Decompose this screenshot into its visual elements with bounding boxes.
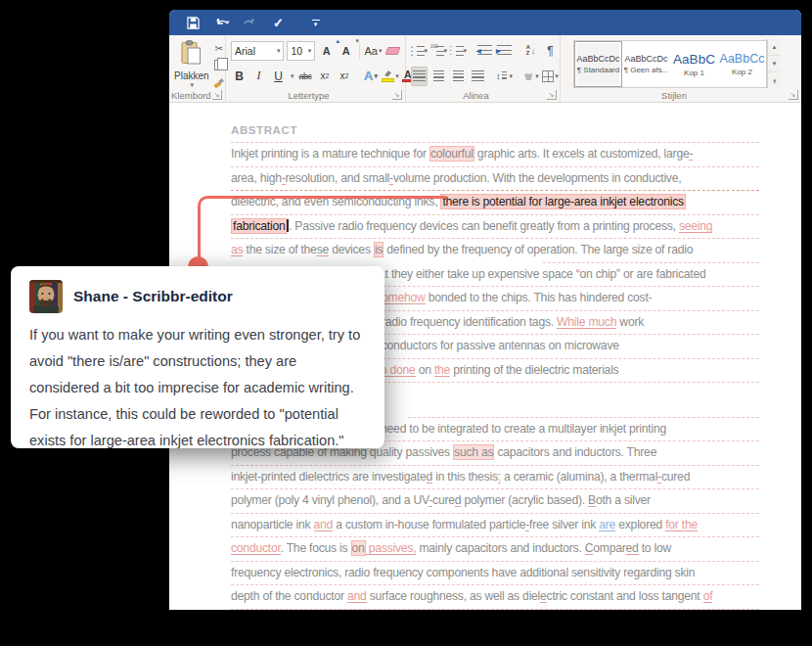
- text-segment: area, high: [231, 171, 282, 185]
- edit-dash-line: [231, 190, 759, 191]
- styles-scroll-down-icon[interactable]: ▼: [768, 56, 781, 72]
- bullet-list-button[interactable]: ▾: [411, 41, 428, 61]
- edit-dash-line: [231, 513, 759, 514]
- edit-dash-line: [231, 609, 759, 610]
- text-segment: free silver ink: [529, 518, 599, 531]
- text-effects-button[interactable]: A▾: [363, 67, 380, 86]
- style-sample: AaBbCc: [720, 52, 765, 66]
- text-segment: conductor: [231, 541, 281, 555]
- style-card[interactable]: AaBbCKop 1: [670, 41, 718, 87]
- save-icon[interactable]: [183, 13, 203, 32]
- increase-indent-button[interactable]: ▶: [496, 41, 513, 61]
- justify-button[interactable]: [470, 67, 486, 86]
- doc-line: inkjet-printed dielectrics are investiga…: [231, 465, 751, 489]
- text-segment: ompar: [593, 541, 625, 555]
- shrink-font-button[interactable]: A▼: [338, 41, 354, 61]
- underline-dropdown-icon[interactable]: ▾: [291, 72, 294, 80]
- comment-leader-line: [198, 196, 446, 258]
- line-spacing-button[interactable]: ↕▾: [496, 67, 513, 86]
- styles-scroll-up-icon[interactable]: ▲: [768, 39, 781, 56]
- group-label-clipboard: Klembord: [169, 90, 211, 101]
- doc-line: the dielectric. These concerns are inves…: [231, 609, 751, 611]
- edit-dash-line: [231, 465, 759, 466]
- text-segment: inkjet-printed dielectrics are investiga…: [231, 470, 427, 484]
- text-segment: ed: [626, 541, 639, 555]
- multilevel-list-button[interactable]: ▾: [450, 41, 467, 61]
- underline-button[interactable]: U: [270, 67, 287, 86]
- shading-button[interactable]: ▾: [522, 67, 539, 86]
- bold-button[interactable]: B: [231, 67, 248, 86]
- edit-dash-line: [231, 536, 759, 537]
- title-bar: ▾ ✓ ▾: [169, 10, 801, 35]
- doc-line: frequency electronics, radio frequency c…: [231, 561, 751, 585]
- styles-more-icon[interactable]: ⇟: [768, 72, 781, 88]
- styles-scroll: ▲ ▼ ⇟: [767, 39, 781, 88]
- style-name: Kop 2: [732, 68, 752, 76]
- comment-card: Shane - Scribbr-editor If you want to ma…: [11, 266, 384, 448]
- multilevel-list-icon: [450, 45, 462, 57]
- align-center-button[interactable]: [430, 67, 447, 86]
- borders-button[interactable]: ▾: [542, 67, 559, 86]
- text-segment: While much: [557, 315, 616, 329]
- clipboard-icon: [181, 40, 202, 69]
- strikethrough-button[interactable]: abc: [297, 67, 314, 86]
- style-card[interactable]: AaBbCcDc¶ Standaard: [574, 41, 622, 87]
- confirm-icon[interactable]: ✓: [269, 13, 289, 32]
- avatar: [29, 280, 63, 313]
- cut-icon[interactable]: ✂: [211, 41, 227, 56]
- styles-dialog-launcher[interactable]: ↘: [789, 90, 798, 100]
- style-name: Kop 1: [684, 69, 704, 77]
- paste-dropdown-icon[interactable]: ▾: [191, 81, 195, 89]
- text-segment: a ceramic (alumina), a thermal: [501, 470, 657, 484]
- align-left-button[interactable]: [411, 67, 428, 86]
- font-dialog-launcher[interactable]: ↘: [392, 90, 402, 100]
- style-sample: AaBbCcDc: [624, 54, 667, 64]
- highlight-color-button[interactable]: ▾: [383, 67, 399, 86]
- text-segment: cure: [432, 493, 455, 507]
- align-right-button[interactable]: [450, 67, 467, 86]
- clear-formatting-button[interactable]: [384, 41, 401, 61]
- ribbon-group-clipboard: Plakken ▾ ✂ Klembord ↘: [169, 35, 226, 102]
- quick-access-more-icon[interactable]: ▾: [312, 20, 320, 26]
- style-card[interactable]: AaBbCcDc¶ Geen afs...: [622, 41, 670, 87]
- text-segment: printing of the dielectric materials: [450, 363, 618, 377]
- format-painter-icon[interactable]: [211, 74, 227, 89]
- text-segment: mainly capacitors and inductors.: [416, 541, 584, 555]
- paste-button[interactable]: Plakken ▾: [174, 40, 209, 89]
- superscript-button[interactable]: x2: [337, 67, 353, 86]
- doc-line: nanoparticle ink and a custom in-house f…: [231, 513, 751, 537]
- paragraph-dialog-launcher[interactable]: ↘: [547, 90, 557, 100]
- style-sample: AaBbC: [673, 52, 715, 67]
- text-segment: Inkjet printing is a mature technique fo…: [231, 147, 429, 161]
- text-segment: of: [703, 589, 713, 603]
- text-segment: polymer (acrylic based).: [461, 493, 588, 507]
- decrease-indent-button[interactable]: ◀: [476, 41, 493, 61]
- copy-icon[interactable]: [211, 58, 227, 72]
- text-segment: the: [434, 363, 450, 377]
- sort-button[interactable]: AZ↓: [522, 41, 539, 61]
- style-sample: AaBbCcDc: [576, 54, 619, 64]
- numbered-list-button[interactable]: ▾: [430, 41, 447, 61]
- style-name: ¶ Geen afs...: [624, 66, 669, 74]
- style-card[interactable]: AaBbCcKop 2: [718, 41, 766, 87]
- change-case-button[interactable]: Aa▾: [365, 41, 382, 61]
- doc-line: Inkjet printing is a mature technique fo…: [231, 142, 751, 166]
- italic-button[interactable]: I: [250, 67, 267, 86]
- highlight-yellow-bar: [382, 78, 394, 82]
- font-name-select[interactable]: Arial▾: [231, 41, 284, 61]
- edit-dash-line: [231, 166, 759, 167]
- text-segment: surface roughness, as well as diel: [367, 589, 541, 603]
- ribbon-group-font: Arial▾ 10▾ A▲ A▼ Aa▾ B I U▾ abc x2 x2 A▾…: [226, 35, 406, 102]
- redo-icon[interactable]: [240, 13, 259, 32]
- bullet-list-icon: [411, 45, 423, 57]
- grow-font-button[interactable]: A▲: [318, 41, 335, 61]
- clipboard-dialog-launcher[interactable]: ↘: [212, 90, 222, 100]
- font-size-select[interactable]: 10▾: [287, 41, 315, 61]
- text-segment: C: [585, 541, 594, 555]
- group-label-font: Lettertype: [226, 90, 391, 101]
- text-segment: to low: [639, 541, 671, 555]
- show-paragraph-marks-button[interactable]: ¶: [542, 41, 559, 61]
- subscript-button[interactable]: x2: [317, 67, 334, 86]
- comment-author: Shane - Scribbr-editor: [73, 288, 233, 305]
- undo-dropdown-icon[interactable]: ▾: [226, 19, 230, 26]
